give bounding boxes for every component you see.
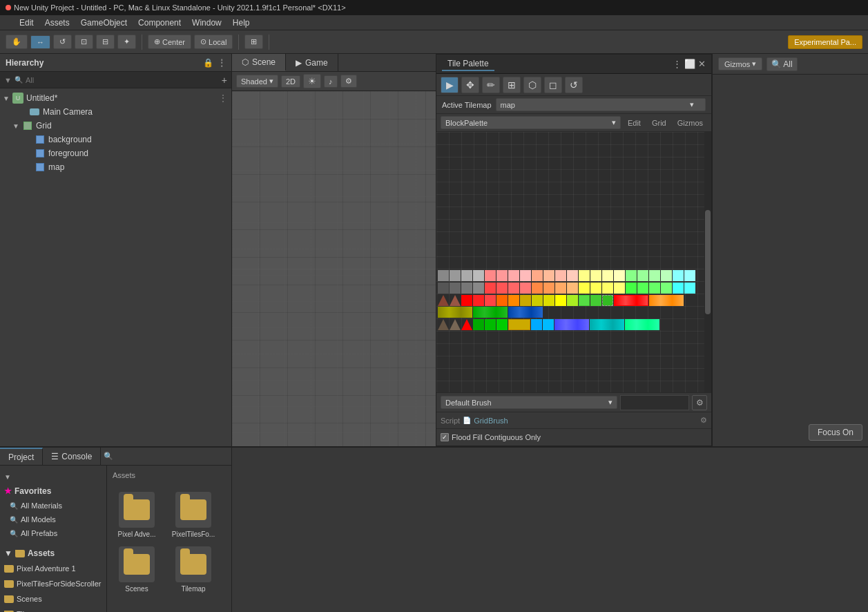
scene-fx-button[interactable]: ⚙ <box>340 75 357 88</box>
tile-wave-yellow[interactable] <box>438 307 472 318</box>
tilemap-dropdown[interactable]: map ▾ <box>496 98 706 111</box>
scale-tool-button[interactable]: ⊡ <box>75 35 93 49</box>
tile-cell[interactable] <box>637 270 648 281</box>
hierarchy-item-grid[interactable]: ▼ Grid <box>0 119 231 133</box>
palette-select-tool[interactable]: ▶ <box>441 77 459 93</box>
file-item-scenes[interactable]: Scenes <box>113 546 161 593</box>
tile-cell[interactable] <box>532 283 543 294</box>
tile-cell[interactable] <box>438 270 449 281</box>
gizmos-dropdown[interactable]: Gizmos ▾ <box>718 57 762 70</box>
nav-folder-tilemap[interactable]: Tilemap <box>0 606 106 612</box>
hierarchy-add-icon[interactable]: + <box>222 75 227 86</box>
tile-cell[interactable] <box>626 283 637 294</box>
tile-grid-area[interactable] <box>436 132 711 392</box>
flood-fill-checkbox[interactable] <box>441 433 449 441</box>
tile-cell[interactable] <box>496 295 508 306</box>
hierarchy-item-background[interactable]: ▶ background <box>0 133 231 146</box>
tile-cell[interactable] <box>661 270 672 281</box>
tile-cell[interactable] <box>520 270 531 281</box>
tile-cell[interactable] <box>590 270 601 281</box>
tile-cell[interactable] <box>543 283 554 294</box>
tile-cell[interactable] <box>555 295 566 306</box>
palette-maximize-icon[interactable]: ⬜ <box>684 59 695 69</box>
palette-name-dropdown[interactable]: BlockPalette ▾ <box>441 116 621 129</box>
file-item-pixel-adve[interactable]: Pixel Adve... <box>113 492 161 538</box>
palette-scrollbar-thumb[interactable] <box>705 210 711 314</box>
tile-cell[interactable] <box>485 295 496 306</box>
tile-cell[interactable] <box>508 283 519 294</box>
tile-cell[interactable] <box>543 270 554 281</box>
hand-tool-button[interactable]: ✋ <box>6 35 28 49</box>
rotate-tool-button[interactable]: ↺ <box>53 35 72 49</box>
tile-cell[interactable] <box>450 270 461 281</box>
all-search-inspector[interactable]: 🔍 All <box>766 57 797 71</box>
palette-context-icon[interactable]: ⋮ <box>673 59 682 69</box>
layers-button[interactable]: ⊞ <box>244 35 263 49</box>
tile-cell-cyan[interactable] <box>543 319 554 330</box>
tile-cell[interactable] <box>520 295 531 306</box>
script-value[interactable]: GridBrush <box>474 417 697 425</box>
tile-cell[interactable] <box>602 283 613 294</box>
tile-cell[interactable] <box>602 295 613 306</box>
2d-toggle-button[interactable]: 2D <box>281 75 300 88</box>
menu-item-component[interactable]: Component <box>133 18 186 28</box>
menu-item-help[interactable]: Help <box>227 18 255 28</box>
hierarchy-item-foreground[interactable]: ▶ foreground <box>0 146 231 160</box>
tile-cell[interactable] <box>461 270 472 281</box>
palette-close-icon[interactable]: ✕ <box>698 59 706 69</box>
tile-cell[interactable] <box>473 270 484 281</box>
nav-folder-scenes[interactable]: Scenes <box>0 591 106 606</box>
transform-tool-button[interactable]: ✦ <box>117 35 136 49</box>
hierarchy-lock-icon[interactable]: 🔒 <box>203 58 213 68</box>
hierarchy-menu-icon[interactable]: ⋮ <box>218 58 226 68</box>
center-pivot-button[interactable]: ⊕ Center <box>148 35 191 49</box>
tile-cell-wide[interactable] <box>508 319 530 330</box>
menu-item-window[interactable]: Window <box>186 18 227 28</box>
tile-wave-indigo[interactable] <box>554 319 589 330</box>
focus-on-button[interactable]: Focus On <box>809 424 862 441</box>
scene-tab-scene[interactable]: ⬡ Scene <box>232 54 286 71</box>
tile-cell[interactable] <box>637 283 648 294</box>
tile-cell-diamond[interactable] <box>438 295 449 306</box>
tile-cell[interactable] <box>496 270 508 281</box>
tile-cell-green[interactable] <box>485 319 496 330</box>
tile-cell-cyan[interactable] <box>531 319 542 330</box>
tile-wave-teal[interactable] <box>590 319 624 330</box>
experimental-button[interactable]: Experimental Pa... <box>788 35 862 49</box>
palette-paint-tool[interactable]: ✏ <box>482 77 500 93</box>
tile-cell[interactable] <box>567 270 578 281</box>
tile-cell-tri[interactable] <box>438 319 449 330</box>
tile-cell[interactable] <box>555 270 566 281</box>
tile-cell[interactable] <box>661 283 672 294</box>
tile-cell[interactable] <box>496 283 508 294</box>
palette-rotate-tool[interactable]: ↺ <box>565 77 583 93</box>
tile-cell[interactable] <box>567 295 578 306</box>
scene-tab-game[interactable]: ▶ Game <box>286 54 338 71</box>
tile-cell[interactable] <box>602 270 613 281</box>
shading-mode-dropdown[interactable]: Shaded ▾ <box>236 75 278 88</box>
tile-wave-blue[interactable] <box>508 307 543 318</box>
move-tool-button[interactable]: ↔ <box>30 35 50 49</box>
scene-light-button[interactable]: ☀ <box>303 74 321 88</box>
tile-wave-red[interactable] <box>614 295 648 306</box>
nav-assets-header[interactable]: ▼ Assets <box>0 546 106 561</box>
tile-cell[interactable] <box>438 283 449 294</box>
tile-wave-green[interactable] <box>473 307 508 318</box>
tile-cell[interactable] <box>649 270 660 281</box>
hierarchy-item-untitled[interactable]: ▼ U Untitled* ⋮ <box>0 91 231 105</box>
tile-cell[interactable] <box>532 270 543 281</box>
tile-cell[interactable] <box>684 283 695 294</box>
tile-cell[interactable] <box>450 283 461 294</box>
palette-move-tool[interactable]: ✥ <box>461 77 479 93</box>
menu-item-gameobject[interactable]: GameObject <box>75 18 133 28</box>
tile-cell[interactable] <box>485 270 496 281</box>
tile-wave-lime[interactable] <box>625 319 659 330</box>
tile-cell[interactable] <box>473 295 484 306</box>
rect-tool-button[interactable]: ⊟ <box>96 35 115 49</box>
tile-cell[interactable] <box>508 295 519 306</box>
tile-cell[interactable] <box>461 283 472 294</box>
tile-cell-green[interactable] <box>496 319 508 330</box>
tile-cell[interactable] <box>579 295 590 306</box>
nav-all-models[interactable]: 🔍 All Models <box>0 513 106 526</box>
hierarchy-item-map[interactable]: ▶ map <box>0 160 231 174</box>
